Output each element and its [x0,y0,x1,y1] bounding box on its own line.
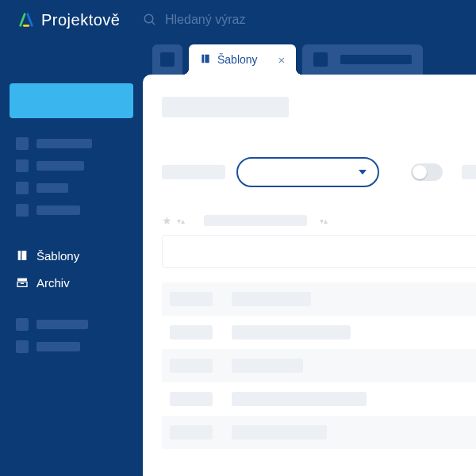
nav-placeholder [0,201,143,220]
table-row[interactable] [162,282,476,316]
sidebar-item-label: Archiv [36,276,70,290]
tab-strip: Šablony × [143,40,476,75]
table-row[interactable] [162,416,476,449]
filter-select[interactable] [236,157,379,187]
svg-rect-2 [21,283,24,284]
svg-rect-1 [17,282,27,286]
tab-templates[interactable]: Šablony × [189,44,296,75]
nav-placeholder [0,156,143,175]
page-title-placeholder [162,97,289,117]
svg-point-3 [144,14,153,23]
svg-rect-0 [17,278,27,281]
filter-label-placeholder [162,165,225,179]
app-name: Projektově [41,11,121,29]
sort-icon[interactable]: ▾▴ [177,217,185,225]
sort-icon[interactable]: ▾▴ [320,217,328,225]
primary-action-button[interactable] [10,83,133,118]
sidebar-item-templates[interactable]: Šablony [0,242,143,269]
svg-line-4 [152,21,155,25]
templates-icon [16,249,29,262]
nav-placeholder [0,315,143,334]
nav-placeholder [0,134,143,153]
list-header: ★ ▾▴ ▾▴ [162,209,476,235]
table-row[interactable] [162,382,476,416]
tab-label: Šablony [217,53,258,66]
star-icon[interactable]: ★ [162,214,172,227]
input-row[interactable] [162,235,476,268]
content-panel: ★ ▾▴ ▾▴ [143,75,476,476]
archive-icon [16,276,29,289]
tab-placeholder[interactable] [302,44,423,75]
column-header-placeholder[interactable] [204,215,307,226]
chevron-down-icon [359,170,367,175]
table-row[interactable] [162,349,476,382]
view-toggle[interactable] [411,163,443,181]
templates-icon [200,53,211,67]
close-icon[interactable]: × [278,53,286,67]
search-icon [143,13,157,27]
tab-home[interactable] [152,44,182,75]
toggle-label-placeholder [462,165,476,179]
search-input[interactable]: Hledaný výraz [143,0,476,40]
app-logo: Projektově [0,0,143,40]
logo-mark-icon [17,11,35,29]
table-row[interactable] [162,316,476,349]
nav-placeholder [0,337,143,356]
nav-placeholder [0,178,143,198]
sidebar-item-label: Šablony [36,249,79,263]
sidebar-item-archive[interactable]: Archiv [0,269,143,296]
search-placeholder: Hledaný výraz [165,13,245,27]
